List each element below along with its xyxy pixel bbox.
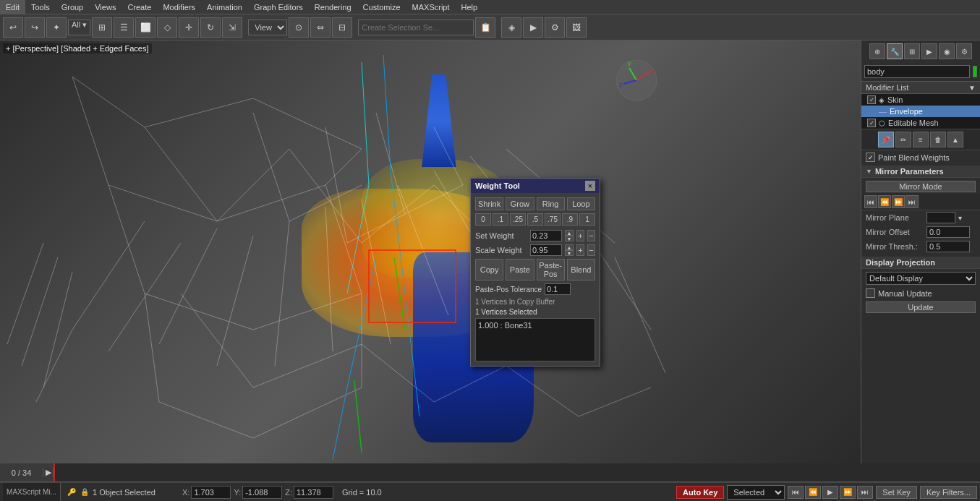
toolbar-named-sel[interactable]: 📋 — [475, 17, 495, 38]
wt-paste-btn[interactable]: Paste — [506, 259, 534, 281]
selected-dropdown[interactable]: Selected — [727, 485, 785, 500]
wt-num-4[interactable]: .75 — [545, 213, 561, 226]
toolbar-render-frame[interactable]: 🖼 — [566, 17, 587, 38]
menu-rendering[interactable]: Rendering — [309, 0, 357, 14]
object-color-swatch[interactable] — [973, 66, 977, 77]
wt-shrink-btn[interactable]: Shrink — [475, 197, 503, 210]
rp-icon-hierarchy[interactable]: ⊞ — [904, 43, 920, 59]
mirror-plane-arrow[interactable]: ▾ — [958, 214, 962, 222]
wt-scale-weight-up[interactable]: ▲ — [565, 244, 574, 250]
mirror-plane-input[interactable] — [926, 212, 955, 223]
play-first-frame[interactable]: ⏮ — [788, 486, 804, 499]
timeline-track[interactable] — [54, 463, 980, 481]
wt-paste-pos-btn[interactable]: Paste-Pos — [537, 259, 565, 281]
wt-copy-btn[interactable]: Copy — [475, 259, 503, 281]
wt-num-3[interactable]: .5 — [527, 213, 543, 226]
menu-group[interactable]: Group — [56, 0, 90, 14]
play-btn[interactable]: ▶ — [822, 486, 838, 499]
toolbar-rect-sel[interactable]: ⬜ — [135, 17, 155, 38]
coord-y-input[interactable] — [242, 486, 282, 499]
maxscript-mini[interactable]: MAXScript Mi... — [3, 483, 61, 501]
wt-paste-pos-tol-input[interactable] — [545, 283, 571, 295]
menu-help[interactable]: Help — [456, 0, 484, 14]
display-dropdown[interactable]: Default Display — [866, 272, 976, 285]
toolbar-scale[interactable]: ⇲ — [222, 17, 242, 38]
modifier-skin-checkbox[interactable]: ✓ — [867, 95, 876, 104]
rp-icon-edit[interactable]: ✏ — [895, 132, 911, 147]
timeline-expand-arrow[interactable]: ▶ — [43, 468, 54, 477]
modifier-editable-mesh[interactable]: ✓ ⬡ Editable Mesh — [861, 117, 980, 129]
rp-icon-config[interactable]: ≡ — [913, 132, 929, 147]
viewport[interactable]: + [Perspective] [Shaded + Edged Faces] — [0, 40, 861, 463]
play-last-frame[interactable]: ⏭ — [857, 486, 873, 499]
play-next-frame[interactable]: ⏩ — [840, 486, 856, 499]
toolbar-render-setup[interactable]: ⚙ — [545, 17, 565, 38]
paint-blend-weights-checkbox[interactable]: ✓ — [866, 153, 875, 162]
rp-icon-create[interactable]: ⊕ — [869, 43, 885, 59]
toolbar-select-name[interactable]: ☰ — [114, 17, 134, 38]
toolbar-rotate[interactable]: ↻ — [200, 17, 221, 38]
manual-update-checkbox[interactable] — [866, 288, 875, 298]
object-name-input[interactable] — [864, 65, 970, 78]
wt-set-weight-plus[interactable]: + — [576, 230, 584, 241]
wt-set-weight-input[interactable] — [530, 230, 562, 241]
wt-bone-list[interactable]: 1.000 : Bone31 — [475, 318, 595, 361]
status-icon-key[interactable]: 🔑 — [67, 487, 77, 497]
menu-animation[interactable]: Animation — [201, 0, 248, 14]
menu-modifiers[interactable]: Modifiers — [157, 0, 201, 14]
modifier-mesh-checkbox[interactable]: ✓ — [867, 119, 876, 127]
rp-anim-icon4[interactable]: ⏭ — [906, 195, 919, 208]
toolbar-move[interactable]: ✛ — [179, 17, 199, 38]
update-btn[interactable]: Update — [866, 301, 976, 313]
wt-scale-weight-down[interactable]: ▼ — [565, 250, 574, 256]
play-prev-frame[interactable]: ⏪ — [805, 486, 821, 499]
autokey-btn[interactable]: Auto Key — [676, 486, 724, 499]
mirror-offset-input[interactable] — [926, 226, 970, 238]
menu-tools[interactable]: Tools — [25, 0, 56, 14]
wt-set-weight-down[interactable]: ▼ — [565, 236, 574, 241]
toolbar-filter-dropdown[interactable]: All ▾ — [68, 20, 90, 35]
toolbar-select-obj[interactable]: ⊞ — [92, 17, 112, 38]
menu-maxscript[interactable]: MAXScript — [406, 0, 456, 14]
mirror-mode-btn[interactable]: Mirror Mode — [866, 181, 976, 192]
wt-bone-entry[interactable]: 1.000 : Bone31 — [478, 321, 592, 330]
rp-icon-trash[interactable]: 🗑 — [930, 132, 946, 147]
toolbar-mirror[interactable]: ⇔ — [310, 17, 331, 38]
toolbar-align[interactable]: ⊟ — [332, 17, 352, 38]
toolbar-undo[interactable]: ↩ — [3, 17, 23, 38]
wt-ring-btn[interactable]: Ring — [537, 197, 565, 210]
wt-num-1[interactable]: .1 — [493, 213, 508, 226]
create-selection-input[interactable] — [358, 20, 474, 35]
wt-num-0[interactable]: 0 — [475, 213, 491, 226]
rp-anim-icon1[interactable]: ⏮ — [864, 195, 877, 208]
wt-set-weight-minus[interactable]: − — [587, 230, 595, 241]
rp-icon-utilities[interactable]: ⚙ — [956, 43, 972, 59]
toolbar-mat-editor[interactable]: ◈ — [501, 17, 521, 38]
modifier-list-dropdown-arrow[interactable]: ▼ — [968, 84, 976, 92]
weight-tool-titlebar[interactable]: Weight Tool × — [471, 179, 600, 193]
toolbar-view-dropdown[interactable]: View — [248, 20, 287, 35]
wt-scale-weight-spinner[interactable]: ▲ ▼ — [565, 244, 574, 256]
modifier-skin[interactable]: ✓ ◈ Skin — [861, 94, 980, 106]
wt-blend-btn[interactable]: Blend — [567, 259, 595, 281]
toolbar-redo[interactable]: ↪ — [25, 17, 45, 38]
rp-icon-modify[interactable]: 🔧 — [887, 43, 903, 59]
mirror-thresh-input[interactable] — [926, 241, 970, 252]
rp-icon-display[interactable]: ◉ — [939, 43, 955, 59]
modifier-envelope[interactable]: — Envelope — [861, 106, 980, 117]
wt-scale-weight-input[interactable] — [530, 244, 562, 256]
wt-num-6[interactable]: 1 — [579, 213, 595, 226]
menu-graph-editors[interactable]: Graph Editors — [248, 0, 309, 14]
coord-z-input[interactable] — [294, 486, 333, 499]
toolbar-lasso-sel[interactable]: ◇ — [157, 17, 177, 38]
wt-num-2[interactable]: .25 — [510, 213, 526, 226]
toolbar-select[interactable]: ✦ — [46, 17, 67, 38]
wt-scale-weight-plus[interactable]: + — [576, 244, 584, 256]
set-key-btn[interactable]: Set Key — [876, 486, 917, 499]
weight-tool-close[interactable]: × — [585, 181, 595, 191]
status-icon-lock[interactable]: 🔒 — [80, 487, 90, 497]
rp-icon-up[interactable]: ▲ — [947, 132, 963, 147]
key-filters-btn[interactable]: Key Filters... — [920, 486, 977, 499]
toolbar-use-pivot[interactable]: ⊙ — [289, 17, 309, 38]
wt-num-5[interactable]: .9 — [562, 213, 578, 226]
